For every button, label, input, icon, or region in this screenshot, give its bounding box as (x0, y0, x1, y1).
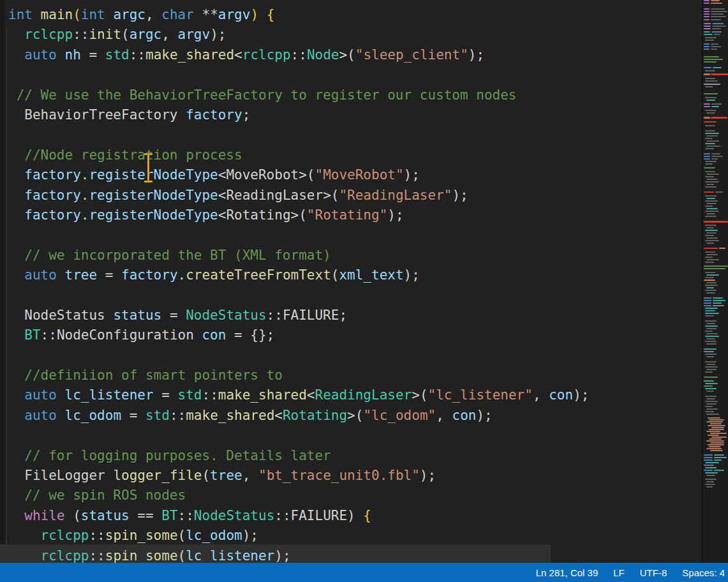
minimap-bar (704, 221, 728, 223)
minimap-bar (711, 103, 722, 105)
code-line[interactable]: int main(int argc, char **argv) { (8, 5, 589, 25)
minimap-bar (706, 343, 717, 345)
code-line[interactable]: BT::NodeConfiguration con = {}; (8, 325, 589, 345)
minimap-bar (705, 171, 715, 172)
code-lines[interactable]: int main(int argc, char **argv) { rclcpp… (8, 5, 589, 563)
minimap-bar (705, 325, 718, 327)
minimap-bar (704, 56, 719, 57)
code-line[interactable]: auto lc_odom = std::make_shared<Rotating… (8, 406, 589, 426)
code-line[interactable]: FileLogger logger_file(tree, "bt_trace_u… (8, 466, 589, 486)
minimap-bar (704, 268, 725, 269)
code-line[interactable]: // we spin ROS nodes (8, 486, 589, 505)
minimap-bar (705, 383, 718, 384)
minimap-bar (706, 475, 715, 476)
minimap-bar (705, 354, 717, 355)
code-line[interactable]: rclcpp::spin_some(lc_listener); (8, 546, 589, 563)
minimap-bar (704, 34, 713, 35)
minimap-bar (704, 11, 709, 12)
status-line-col[interactable]: Ln 281, Col 39 (536, 567, 598, 578)
minimap-bar (704, 0, 709, 1)
minimap-bar (704, 93, 718, 94)
minimap-bar (705, 125, 715, 126)
minimap-bar (706, 213, 715, 214)
minimap-bar (705, 479, 717, 480)
minimap-bar (705, 336, 719, 337)
minimap-bar (705, 484, 715, 485)
minimap-bar (715, 191, 723, 193)
code-line[interactable]: factory.registerNodeType<ReadingLaser>("… (8, 186, 589, 205)
minimap-bar (706, 338, 715, 340)
minimap-bar (705, 80, 718, 82)
minimap-bar (711, 106, 719, 107)
minimap-bar (714, 454, 724, 456)
minimap-bar (711, 153, 720, 154)
code-line[interactable]: // for logging purposes. Details later (8, 446, 589, 466)
code-line[interactable] (8, 346, 589, 366)
code-line[interactable] (8, 285, 589, 305)
code-line[interactable]: rclcpp::spin_some(lc_odom); (8, 526, 589, 546)
code-line[interactable]: while (status == BT::NodeStatus::FAILURE… (8, 506, 589, 526)
minimap-bar (709, 438, 722, 440)
minimap-bar (706, 184, 714, 185)
minimap-bar (704, 28, 711, 29)
code-line[interactable]: NodeStatus status = NodeStatus::FAILURE; (8, 306, 589, 325)
minimap-bar (709, 419, 724, 421)
minimap-bar (704, 297, 711, 299)
code-line[interactable] (8, 125, 589, 145)
minimap-bar (705, 310, 715, 311)
code-line[interactable]: // We use the BehaviorTreeFactory to reg… (8, 86, 589, 105)
minimap-bar (704, 300, 711, 301)
minimap-bar (705, 320, 717, 322)
code-line[interactable]: // we incorporated the BT (XML format) (8, 246, 589, 265)
code-line[interactable]: rclcpp::init(argc, argv); (8, 25, 589, 45)
minimap-bar (706, 403, 717, 405)
minimap-bar (705, 251, 715, 253)
minimap-bar (706, 208, 718, 209)
minimap-bar (704, 380, 714, 382)
minimap-bar (711, 19, 721, 20)
code-line[interactable]: BehaviorTreeFactory factory; (8, 105, 589, 125)
status-eol[interactable]: LF (613, 567, 625, 578)
minimap-bar (713, 300, 725, 301)
minimap-bar (705, 388, 717, 389)
minimap-bar (705, 331, 713, 332)
minimap-bar (705, 308, 718, 309)
minimap-bar (708, 417, 720, 419)
minimap-bar (704, 351, 714, 352)
minimap[interactable] (702, 0, 728, 563)
minimap-bar (706, 356, 714, 357)
minimap-bar (704, 26, 711, 27)
minimap-bar (706, 146, 720, 147)
status-indentation[interactable]: Spaces: 4 (682, 567, 725, 578)
code-line[interactable]: factory.registerNodeType<MoveRobot>("Mov… (8, 165, 589, 185)
minimap-bar (713, 302, 722, 304)
code-line[interactable]: factory.registerNodeType<Rotating>("Rota… (8, 205, 589, 225)
minimap-bar (705, 200, 718, 202)
minimap-bar (706, 323, 715, 324)
code-editor[interactable]: int main(int argc, char **argv) { rclcpp… (0, 0, 728, 563)
code-line[interactable]: auto lc_listener = std::make_shared<Read… (8, 385, 589, 405)
code-line[interactable]: auto tree = factory.createTreeFromText(x… (8, 265, 589, 285)
minimap-bar (704, 167, 715, 168)
minimap-bar (705, 138, 713, 139)
minimap-bar (706, 112, 715, 114)
minimap-bar (711, 427, 724, 428)
minimap-bar (705, 143, 715, 144)
minimap-bar (705, 361, 717, 362)
code-line[interactable] (8, 426, 589, 445)
minimap-bar (706, 292, 715, 294)
minimap-bar (705, 40, 714, 41)
minimap-bar (706, 232, 717, 234)
minimap-bar (711, 8, 725, 10)
status-encoding[interactable]: UTF-8 (640, 567, 667, 578)
minimap-bar (711, 31, 722, 33)
code-line[interactable]: //definiion of smart pointers to (8, 366, 589, 385)
minimap-bar (705, 37, 717, 38)
minimap-bar (710, 442, 724, 444)
code-line[interactable]: auto nh = std::make_shared<rclcpp::Node>… (8, 45, 589, 65)
code-line[interactable] (8, 225, 589, 245)
minimap-bar (704, 84, 720, 85)
code-line[interactable] (8, 65, 589, 85)
code-line[interactable]: //Node registration process (8, 146, 589, 165)
minimap-bar (706, 254, 718, 255)
